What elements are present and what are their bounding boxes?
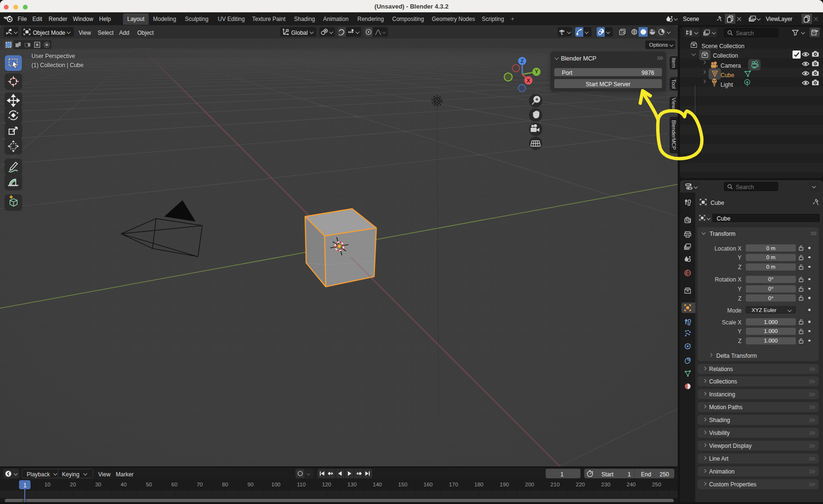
svg-text:Z: Z — [520, 58, 524, 64]
svg-text:Y: Y — [535, 69, 538, 74]
svg-text:X: X — [527, 78, 530, 83]
